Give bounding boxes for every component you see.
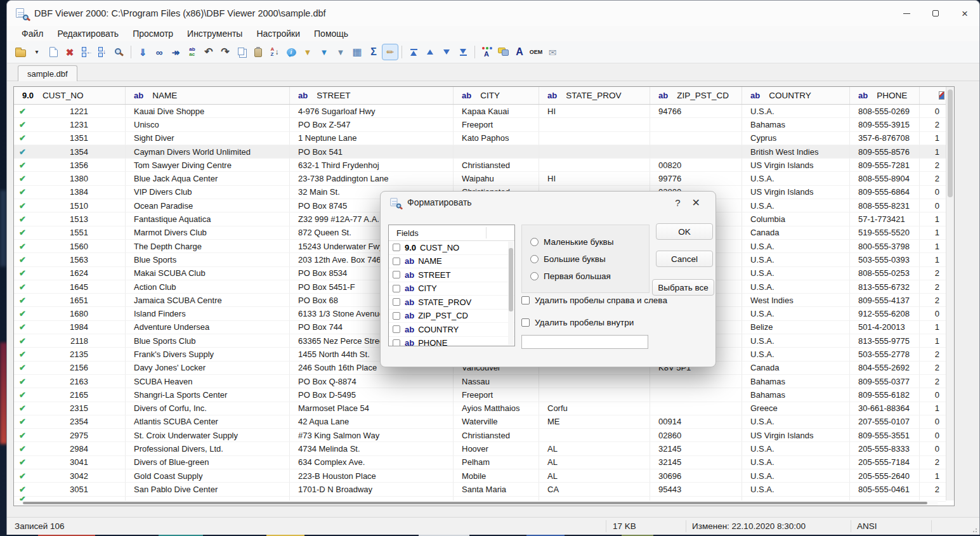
filter-button[interactable]: ▼	[316, 44, 332, 60]
table-cell[interactable]: 809-555-3915	[850, 118, 920, 131]
tab-sample-dbf[interactable]: sample.dbf	[18, 65, 77, 81]
table-cell[interactable]: PO Box Z-547	[290, 118, 454, 131]
vertical-scrollbar[interactable]	[946, 87, 954, 500]
table-cell[interactable]: U.S.A.	[742, 199, 850, 212]
table-cell[interactable]: Blue Sports Club	[126, 334, 290, 348]
field-item-COUNTRY[interactable]: abCOUNTRY	[389, 323, 514, 337]
table-cell[interactable]: Blue Sports	[126, 253, 290, 266]
table-cell[interactable]	[539, 375, 650, 388]
cancel-button[interactable]: Cancel	[656, 251, 713, 267]
table-row[interactable]: ✔1231UniscoPO Box Z-547FreeportBahamas80…	[14, 118, 946, 131]
table-cell[interactable]: ✔1221	[14, 105, 126, 118]
next-record-button[interactable]	[438, 44, 455, 60]
table-cell[interactable]: 808-555-0269	[850, 105, 920, 118]
table-cell[interactable]: Nassau	[454, 375, 539, 388]
table-cell[interactable]: ✔1384	[14, 186, 126, 199]
table-cell[interactable]	[539, 145, 650, 159]
table-cell[interactable]: HI	[539, 105, 650, 118]
table-row[interactable]: ✔2975St. Croix Underwater Supply#73 King…	[14, 429, 946, 442]
table-cell[interactable]: Freeport	[454, 118, 539, 131]
table-cell[interactable]: US Virgin Islands	[742, 186, 850, 199]
radio-option-2[interactable]: Первая большая	[530, 271, 641, 281]
table-cell[interactable]: PO Box 541	[290, 145, 454, 159]
replace-button[interactable]: abac	[184, 44, 200, 60]
table-cell[interactable]: ✔3051	[14, 483, 126, 496]
color-palette-button[interactable]: A	[478, 44, 495, 60]
vertical-scrollbar-thumb[interactable]	[948, 89, 953, 197]
table-cell[interactable]: Kauai Dive Shoppe	[126, 105, 290, 118]
table-cell[interactable]: ✔1351	[14, 132, 126, 145]
table-cell[interactable]: 32145	[650, 442, 742, 455]
menu-item-4[interactable]: Настройки	[251, 27, 306, 40]
table-row[interactable]: ✔3042Gold Coast Supply223-B Houston Plac…	[14, 469, 946, 483]
table-cell[interactable]: ✔2315	[14, 402, 126, 415]
table-cell[interactable]: ✔1563	[14, 253, 126, 266]
redo-button[interactable]: ↷	[217, 44, 233, 60]
table-cell[interactable]: 1	[920, 132, 946, 145]
table-row[interactable]: ✔3051San Pablo Dive Center1701-D N Broad…	[14, 483, 946, 496]
table-cell[interactable]: ✔2118	[14, 334, 126, 348]
font-button[interactable]: A	[511, 44, 528, 60]
table-cell[interactable]: 2	[920, 348, 946, 361]
table-cell[interactable]: Hoover	[454, 442, 539, 455]
table-row[interactable]: ✔1354Cayman Divers World UnlimitedPO Box…	[14, 145, 946, 159]
table-cell[interactable]: U.S.A.	[742, 267, 850, 280]
remove-inner-spaces-checkbox[interactable]	[521, 318, 530, 327]
table-cell[interactable]: Ocean Paradise	[126, 199, 290, 212]
table-cell[interactable]: 809-555-6182	[850, 388, 920, 402]
table-cell[interactable]: 0	[920, 186, 946, 199]
table-row[interactable]: ✔1221Kauai Dive Shoppe4-976 Sugarloaf Hw…	[14, 105, 946, 118]
export-mail-button[interactable]: ✉	[544, 44, 561, 60]
table-cell[interactable]: 2	[920, 118, 946, 131]
table-cell[interactable]: 2	[920, 159, 946, 172]
table-cell[interactable]: 1	[920, 469, 946, 483]
table-cell[interactable]: 2	[920, 456, 946, 469]
field-item-ZIP_PST_CD[interactable]: abZIP_PST_CD	[389, 310, 514, 324]
open-file-dropdown[interactable]: ▾	[29, 44, 45, 60]
menu-item-5[interactable]: Помощь	[308, 27, 354, 40]
table-cell[interactable]: 0	[920, 415, 946, 429]
table-cell[interactable]: 1 Neptune Lane	[290, 132, 454, 145]
table-cell[interactable]: U.S.A.	[742, 483, 850, 496]
table-cell[interactable]: 808-555-8904	[850, 172, 920, 185]
minimize-button[interactable]	[892, 1, 921, 26]
table-cell[interactable]: Greece	[742, 402, 850, 415]
table-cell[interactable]: Ayios Matthaios	[454, 402, 539, 415]
resize-grip-icon[interactable]	[972, 527, 977, 532]
table-cell[interactable]: 2	[920, 362, 946, 375]
table-cell[interactable]: U.S.A.	[742, 442, 850, 455]
table-cell[interactable]: Frank's Divers Supply	[126, 348, 290, 361]
table-cell[interactable]: 809-555-3551	[850, 429, 920, 442]
table-cell[interactable]: CA	[539, 483, 650, 496]
table-cell[interactable]	[539, 132, 650, 145]
table-cell[interactable]: ✔1551	[14, 226, 126, 240]
search-button[interactable]	[111, 44, 127, 60]
column-header-CITY[interactable]: abCITY	[454, 87, 539, 104]
table-cell[interactable]: 0	[920, 105, 946, 118]
select-all-button[interactable]: Выбрать все	[652, 279, 714, 296]
table-cell[interactable]: Professional Divers, Ltd.	[126, 442, 290, 455]
field-item-STREET[interactable]: abSTREET	[389, 268, 514, 282]
table-cell[interactable]: Sight Diver	[126, 132, 290, 145]
sort-button[interactable]: AZ↓	[266, 44, 283, 60]
menu-item-3[interactable]: Инструменты	[181, 27, 248, 40]
column-header-COUNTRY[interactable]: abCOUNTRY	[742, 87, 850, 104]
field-item-PHONE[interactable]: abPHONE	[389, 337, 514, 347]
modify-structure-button[interactable]: ←	[78, 44, 95, 60]
table-cell[interactable]: 57-1-773421	[850, 212, 920, 226]
format-brush-button[interactable]: ✏	[382, 44, 398, 60]
delete-record-button[interactable]: ✖	[62, 44, 78, 60]
table-cell[interactable]	[650, 402, 742, 415]
table-cell[interactable]: 42 Aqua Lane	[290, 415, 454, 429]
table-cell[interactable]: ✔1984	[14, 321, 126, 334]
grid-view-button[interactable]: ▦	[349, 44, 365, 60]
table-cell[interactable]	[539, 388, 650, 402]
table-cell[interactable]: ✔2135	[14, 348, 126, 361]
table-cell[interactable]: US Virgin Islands	[742, 159, 850, 172]
copy-button[interactable]	[233, 44, 250, 60]
table-cell[interactable]: Christiansted	[454, 159, 539, 172]
menu-item-1[interactable]: Редактировать	[51, 27, 124, 40]
table-row[interactable]: ✔2984Professional Divers, Ltd.4734 Melin…	[14, 442, 946, 455]
table-cell[interactable]: 0	[920, 442, 946, 455]
dialog-help-button[interactable]: ?	[669, 196, 686, 209]
